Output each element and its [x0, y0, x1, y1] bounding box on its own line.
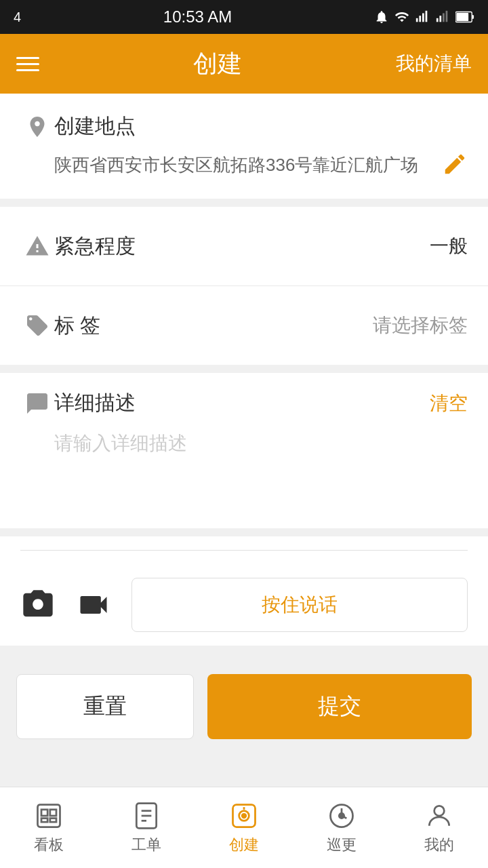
action-row: 重置 提交 — [0, 654, 488, 760]
video-button[interactable] — [76, 587, 111, 623]
svg-point-26 — [434, 806, 445, 816]
location-edit-button[interactable] — [442, 151, 468, 180]
location-icon — [20, 115, 54, 139]
header: 创建 我的清单 — [0, 34, 488, 94]
urgency-label: 紧急程度 — [54, 233, 136, 260]
nav-mine-label: 我的 — [424, 835, 454, 855]
my-list-button[interactable]: 我的清单 — [396, 51, 472, 77]
media-row: 按住说话 — [0, 564, 488, 654]
location-value: 陕西省西安市长安区航拓路336号靠近汇航广场 — [54, 151, 428, 180]
tags-placeholder: 请选择标签 — [373, 313, 468, 338]
nav-patrol-label: 巡更 — [327, 835, 357, 855]
nav-patrol[interactable]: 巡更 — [293, 787, 390, 868]
svg-rect-1 — [419, 16, 421, 22]
nav-create[interactable]: 创建 — [195, 787, 293, 868]
svg-rect-9 — [456, 13, 468, 21]
submit-button[interactable]: 提交 — [207, 674, 472, 739]
urgency-section[interactable]: 紧急程度 一般 — [0, 207, 488, 286]
status-bar: 4 10:53 AM — [0, 0, 488, 34]
reset-button[interactable]: 重置 — [16, 674, 194, 739]
svg-rect-3 — [426, 11, 428, 22]
svg-rect-14 — [41, 818, 47, 822]
svg-point-25 — [339, 813, 344, 818]
status-time: 10:53 AM — [163, 7, 232, 26]
svg-rect-0 — [416, 18, 418, 22]
nav-kanban-label: 看板 — [34, 835, 64, 855]
nav-create-label: 创建 — [229, 835, 259, 855]
svg-rect-7 — [446, 11, 448, 22]
camera-button[interactable] — [20, 587, 56, 623]
tags-icon — [20, 313, 54, 338]
location-section: 创建地点 陕西省西安市长安区航拓路336号靠近汇航广场 — [0, 94, 488, 207]
voice-button[interactable]: 按住说话 — [131, 578, 468, 632]
menu-button[interactable] — [16, 57, 39, 71]
bottom-nav: 看板 工单 创建 巡更 我的 — [0, 787, 488, 868]
status-indicator: 4 — [14, 9, 21, 25]
tags-label: 标 签 — [54, 312, 100, 340]
urgency-value: 一般 — [430, 233, 468, 259]
svg-rect-6 — [443, 14, 445, 22]
svg-rect-12 — [41, 809, 47, 815]
status-icons — [374, 9, 474, 24]
description-label: 详细描述 — [54, 389, 136, 417]
nav-kanban[interactable]: 看板 — [0, 787, 98, 868]
form-content: 创建地点 陕西省西安市长安区航拓路336号靠近汇航广场 紧急程度 一般 标 签 … — [0, 94, 488, 787]
nav-mine[interactable]: 我的 — [390, 787, 488, 868]
content-spacer — [0, 760, 488, 787]
description-section: 详细描述 清空 请输入详细描述 — [0, 373, 488, 536]
nav-workorder-label: 工单 — [131, 835, 161, 855]
urgency-icon — [20, 234, 54, 258]
svg-rect-10 — [472, 15, 474, 19]
location-label: 创建地点 — [54, 113, 136, 140]
svg-rect-4 — [436, 18, 439, 22]
svg-rect-13 — [50, 809, 56, 815]
page-title: 创建 — [193, 47, 242, 81]
svg-point-22 — [242, 814, 246, 818]
svg-rect-15 — [50, 818, 56, 822]
clear-button[interactable]: 清空 — [430, 391, 468, 416]
description-placeholder: 请输入详细描述 — [20, 431, 468, 512]
description-icon — [20, 391, 54, 416]
svg-rect-5 — [439, 16, 441, 22]
divider — [20, 550, 468, 551]
tags-section[interactable]: 标 签 请选择标签 — [0, 286, 488, 373]
svg-rect-2 — [422, 14, 424, 22]
nav-workorder[interactable]: 工单 — [98, 787, 195, 868]
